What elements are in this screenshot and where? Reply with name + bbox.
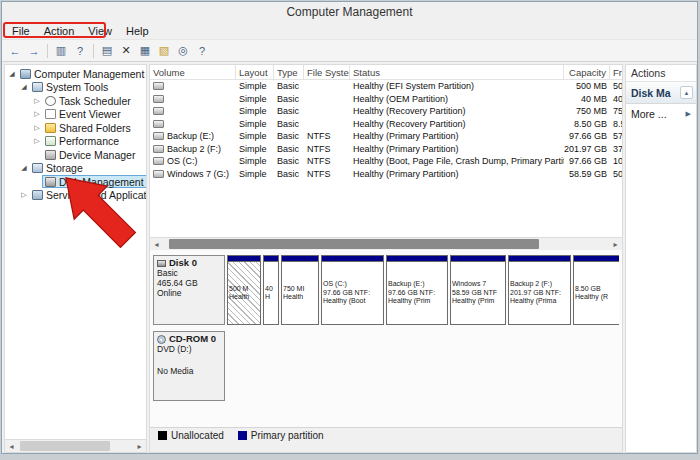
- volume-row[interactable]: Simple Basic Healthy (Recovery Partition…: [150, 105, 622, 118]
- volume-row[interactable]: Backup 2 (F:) Simple Basic NTFS Healthy …: [150, 143, 622, 156]
- forward-icon[interactable]: →: [25, 42, 43, 60]
- tree-item-storage[interactable]: ◢ Storage: [5, 162, 146, 176]
- scroll-right-icon[interactable]: ▸: [133, 440, 146, 452]
- delete-icon[interactable]: ✕: [117, 42, 135, 60]
- partition-efi[interactable]: 500 M Health: [227, 255, 261, 325]
- tree-item-shared-folders[interactable]: ▷ Shared Folders: [5, 121, 146, 135]
- cdrom-name: CD-ROM 0: [169, 334, 216, 344]
- column-header-status[interactable]: Status: [350, 65, 564, 79]
- partition-windows7-g[interactable]: Windows 7 58.59 GB NTF Healthy (Prim: [450, 255, 506, 325]
- menu-action[interactable]: Action: [37, 24, 82, 38]
- volume-row[interactable]: Backup (E:) Simple Basic NTFS Healthy (P…: [150, 130, 622, 143]
- back-icon[interactable]: ←: [6, 42, 24, 60]
- partition-recovery-2[interactable]: 8.50 GB Healthy (R: [573, 255, 619, 325]
- menu-view[interactable]: View: [81, 24, 119, 38]
- scroll-left-icon[interactable]: ◂: [5, 440, 18, 452]
- column-header-volume[interactable]: Volume: [150, 65, 236, 79]
- volume-free: 8.50: [610, 118, 622, 131]
- tree-item-event-viewer[interactable]: ▷ Event Viewer: [5, 108, 146, 122]
- collapse-chevron-icon[interactable]: ▲: [680, 86, 693, 99]
- volume-type: Basic: [274, 105, 304, 118]
- disk0-label-box[interactable]: Disk 0 Basic 465.64 GB Online: [153, 255, 225, 325]
- performance-icon: [45, 136, 56, 146]
- disk-status: Online: [157, 288, 221, 298]
- menu-file[interactable]: File: [5, 24, 37, 38]
- column-header-file-system[interactable]: File System: [304, 65, 350, 79]
- volume-row[interactable]: Simple Basic Healthy (Recovery Partition…: [150, 118, 622, 131]
- volume-row[interactable]: Simple Basic Healthy (EFI System Partiti…: [150, 80, 622, 93]
- tree-item-services-and-applications[interactable]: ▷ Services and Applications: [5, 189, 146, 203]
- volume-list-header: Volume Layout Type File System Status Ca…: [150, 65, 622, 80]
- volume-icon: [153, 157, 164, 165]
- shared-folders-icon: [45, 123, 56, 133]
- expander-icon[interactable]: ▷: [19, 191, 29, 199]
- column-header-type[interactable]: Type: [274, 65, 304, 79]
- legend-unallocated: Unallocated: [158, 430, 224, 441]
- cdrom-label-box[interactable]: CD-ROM 0 DVD (D:) No Media: [153, 331, 225, 401]
- volume-row[interactable]: Simple Basic Healthy (OEM Partition) 40 …: [150, 93, 622, 106]
- expander-icon[interactable]: ▷: [32, 124, 42, 132]
- main-area: ◢ Computer Management (Local ◢ System To…: [2, 62, 697, 453]
- expander-icon[interactable]: ◢: [19, 164, 29, 172]
- expander-icon[interactable]: ▷: [32, 97, 42, 105]
- scrollbar-track[interactable]: [163, 238, 609, 250]
- expander-icon[interactable]: ▷: [32, 110, 42, 118]
- volume-fs: NTFS: [304, 143, 350, 156]
- tree-item-computer-management[interactable]: ◢ Computer Management (Local: [5, 67, 146, 81]
- partition-text: OS (C:): [323, 280, 382, 289]
- partition-recovery-1[interactable]: 750 MI Health: [281, 255, 319, 325]
- partition-backup2-f[interactable]: Backup 2 (F:) 201.97 GB NTF: Healthy (Pr…: [508, 255, 571, 325]
- column-header-layout[interactable]: Layout: [236, 65, 274, 79]
- tree-item-disk-management[interactable]: Disk Management: [5, 175, 146, 189]
- scroll-left-icon[interactable]: ◂: [150, 238, 163, 250]
- title-bar[interactable]: Computer Management: [2, 2, 697, 22]
- tree-item-device-manager[interactable]: Device Manager: [5, 148, 146, 162]
- open-folder-icon[interactable]: ▧: [155, 42, 173, 60]
- partition-os-c[interactable]: OS (C:) 97.66 GB NTF: Healthy (Boot: [321, 255, 384, 325]
- menu-help[interactable]: Help: [119, 24, 156, 38]
- volume-capacity: 201.97 GB: [564, 143, 610, 156]
- partition-text: Backup (E:): [388, 280, 446, 289]
- partition-text: 201.97 GB NTF:: [510, 289, 569, 298]
- more-actions-label: More ...: [631, 108, 667, 120]
- volume-status: Healthy (Recovery Partition): [350, 118, 564, 131]
- menu-bar: File Action View Help: [2, 22, 697, 39]
- tree-horizontal-scrollbar[interactable]: ◂ ▸: [5, 439, 146, 452]
- system-tools-icon: [32, 82, 43, 92]
- primary-partition-color-swatch: [238, 431, 247, 440]
- partition-text: 97.66 GB NTF:: [388, 289, 446, 298]
- export-list-icon[interactable]: ▦: [136, 42, 154, 60]
- tree-item-performance[interactable]: ▷ Performance: [5, 135, 146, 149]
- partition-text: 58.59 GB NTF: [452, 289, 504, 298]
- scrollbar-thumb[interactable]: [20, 441, 110, 451]
- partition-backup-e[interactable]: Backup (E:) 97.66 GB NTF: Healthy (Prim: [386, 255, 448, 325]
- volume-row[interactable]: Windows 7 (G:) Simple Basic NTFS Healthy…: [150, 168, 622, 181]
- column-header-capacity[interactable]: Capacity: [564, 65, 610, 79]
- volume-name: Backup (E:): [167, 131, 214, 141]
- show-console-tree-icon[interactable]: ▥: [52, 42, 70, 60]
- help-topics-icon[interactable]: ?: [193, 42, 211, 60]
- volume-list-horizontal-scrollbar[interactable]: ◂ ▸: [150, 237, 622, 250]
- column-header-free[interactable]: Free: [610, 65, 622, 79]
- tree-item-task-scheduler[interactable]: ▷ Task Scheduler: [5, 94, 146, 108]
- partition-text: 97.66 GB NTF:: [323, 289, 382, 298]
- more-actions-item[interactable]: More ... ▶: [626, 104, 696, 124]
- properties-icon[interactable]: ▤: [98, 42, 116, 60]
- volume-icon: [153, 145, 164, 153]
- expander-icon[interactable]: ▷: [32, 137, 42, 145]
- disk-name: Disk 0: [169, 258, 197, 268]
- scrollbar-track[interactable]: [18, 440, 133, 452]
- tree-item-system-tools[interactable]: ◢ System Tools: [5, 81, 146, 95]
- volume-icon: [153, 107, 164, 115]
- actions-group-label: Disk Ma: [631, 87, 671, 99]
- expander-icon[interactable]: ◢: [19, 83, 29, 91]
- expander-icon[interactable]: ◢: [7, 70, 17, 78]
- cdrom-drive-letter: DVD (D:): [157, 344, 221, 354]
- actions-group-header[interactable]: Disk Ma ▲: [626, 82, 696, 104]
- partition-oem[interactable]: 40 H: [263, 255, 279, 325]
- scrollbar-thumb[interactable]: [169, 239, 539, 249]
- help-icon[interactable]: ?: [71, 42, 89, 60]
- zoom-icon[interactable]: ◎: [174, 42, 192, 60]
- scroll-right-icon[interactable]: ▸: [609, 238, 622, 250]
- volume-row[interactable]: OS (C:) Simple Basic NTFS Healthy (Boot,…: [150, 155, 622, 168]
